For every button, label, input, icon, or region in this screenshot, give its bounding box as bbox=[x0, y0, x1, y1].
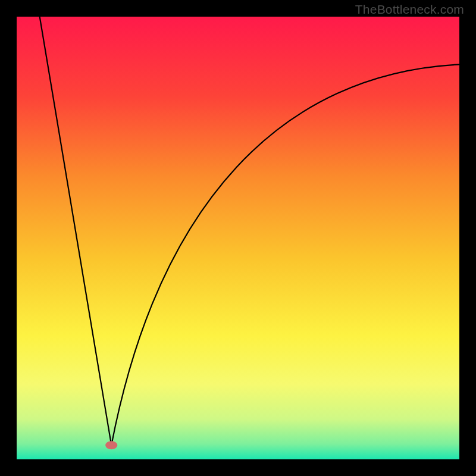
plot-svg bbox=[17, 17, 459, 459]
plot-area bbox=[17, 17, 459, 459]
watermark-text: TheBottleneck.com bbox=[355, 2, 464, 17]
chart-frame: TheBottleneck.com bbox=[0, 0, 476, 476]
gradient-bg bbox=[17, 17, 459, 459]
vertex-marker bbox=[105, 441, 117, 449]
